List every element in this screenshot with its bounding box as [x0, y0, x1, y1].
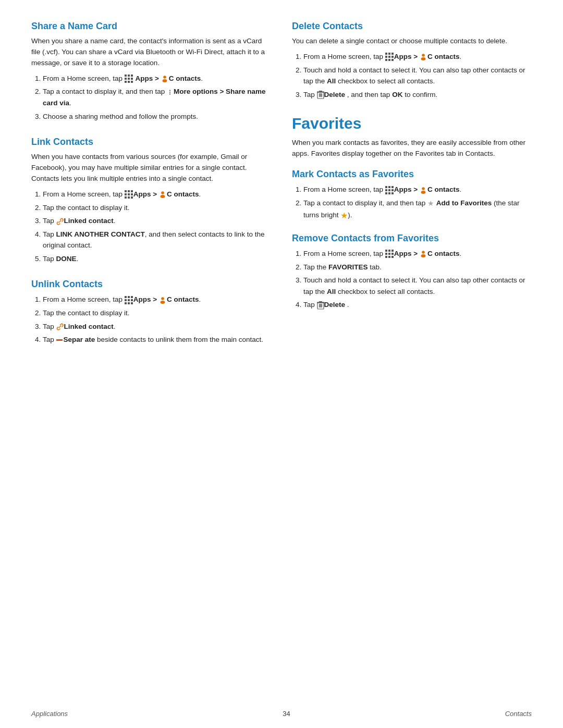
- remove-favorites-subsection: Remove Contacts from Favorites From a Ho…: [292, 233, 532, 311]
- link-icon: [56, 218, 64, 225]
- list-item: Tap the contact to display it.: [43, 307, 271, 319]
- link-contacts-title: Link Contacts: [31, 137, 271, 147]
- unlink-contacts-section: Unlink Contacts From a Home screen, tap …: [31, 279, 271, 345]
- favorites-section: Favorites When you mark contacts as favo…: [292, 115, 532, 311]
- contacts-person-icon: [159, 297, 166, 304]
- list-item: Tap Separ ate beside contacts to unlink …: [43, 334, 271, 346]
- contacts-person-icon: [420, 53, 427, 60]
- list-item: Tap a contact to display it, and then ta…: [43, 86, 271, 108]
- list-item: Touch and hold a contact to select it. Y…: [303, 65, 532, 87]
- list-item: Tap LINK ANOTHER CONTACT, and then selec…: [43, 229, 271, 251]
- left-column: Share a Name Card When you share a name …: [31, 21, 271, 360]
- share-name-card-intro: When you share a name card, the contact'…: [31, 36, 271, 69]
- delete-contacts-intro: You can delete a single contact or choos…: [292, 36, 532, 47]
- contacts-person-icon: [161, 75, 168, 82]
- apps-grid-icon: [125, 190, 133, 199]
- list-item: From a Home screen, tap Apps > C ontacts…: [303, 184, 532, 195]
- link-contacts-intro: When you have contacts from various sour…: [31, 152, 271, 184]
- list-item: From a Home screen, tap Apps > C ontacts…: [43, 189, 271, 200]
- star-filled-icon: ★: [340, 211, 348, 220]
- list-item: From a Home screen, tap Apps > C ontacts…: [43, 73, 271, 84]
- list-item: From a Home screen, tap Apps > C ontacts…: [303, 51, 532, 63]
- separate-icon: [56, 339, 63, 341]
- list-item: Tap the contact to display it.: [43, 202, 271, 214]
- link-contacts-section: Link Contacts When you have contacts fro…: [31, 137, 271, 264]
- apps-grid-icon: [385, 53, 394, 61]
- list-item: Tap a contact to display it, and then ta…: [303, 198, 532, 223]
- unlink-contacts-steps: From a Home screen, tap Apps > C ontacts…: [43, 294, 271, 345]
- main-content: Share a Name Card When you share a name …: [31, 21, 532, 360]
- page-footer: Applications 34 Contacts: [0, 710, 563, 718]
- link-contacts-steps: From a Home screen, tap Apps > C ontacts…: [43, 189, 271, 265]
- delete-trash-icon: [317, 91, 324, 99]
- list-item: Choose a sharing method and follow the p…: [43, 111, 271, 122]
- unlink-contacts-title: Unlink Contacts: [31, 279, 271, 290]
- favorites-main-title: Favorites: [292, 115, 532, 132]
- footer-left: Applications: [31, 710, 68, 718]
- footer-right: Contacts: [505, 710, 532, 718]
- list-item: Touch and hold a contact to select it. Y…: [303, 275, 532, 297]
- mark-favorites-title: Mark Contacts as Favorites: [292, 169, 532, 180]
- apps-grid-icon: [125, 296, 133, 304]
- contacts-person-icon: [420, 187, 427, 194]
- more-options-icon: [167, 89, 173, 96]
- mark-favorites-subsection: Mark Contacts as Favorites From a Home s…: [292, 169, 532, 223]
- list-item: Tap the FAVORITES tab.: [303, 262, 532, 273]
- star-outline-icon: ★: [427, 199, 434, 207]
- contacts-person-icon: [420, 250, 427, 257]
- contacts-person-icon: [159, 191, 166, 198]
- page: Share a Name Card When you share a name …: [0, 0, 563, 728]
- mark-favorites-steps: From a Home screen, tap Apps > C ontacts…: [303, 184, 532, 223]
- list-item: Tap Delete .: [303, 299, 532, 311]
- share-name-card-steps: From a Home screen, tap Apps > C ontacts…: [43, 73, 271, 122]
- apps-grid-icon: [385, 186, 394, 194]
- list-item: From a Home screen, tap Apps > C ontacts…: [303, 248, 532, 260]
- list-item: From a Home screen, tap Apps > C ontacts…: [43, 294, 271, 305]
- delete-contacts-title: Delete Contacts: [292, 21, 532, 32]
- favorites-intro: When you mark contacts as favorites, the…: [292, 138, 532, 159]
- remove-favorites-title: Remove Contacts from Favorites: [292, 233, 532, 244]
- list-item: Tap Linked contact.: [43, 215, 271, 227]
- delete-contacts-steps: From a Home screen, tap Apps > C ontacts…: [303, 51, 532, 100]
- delete-trash-icon-2: [317, 301, 324, 310]
- link-icon: [56, 323, 64, 330]
- right-column: Delete Contacts You can delete a single …: [292, 21, 532, 360]
- footer-page-number: 34: [283, 710, 290, 718]
- list-item: Tap Linked contact.: [43, 321, 271, 332]
- remove-favorites-steps: From a Home screen, tap Apps > C ontacts…: [303, 248, 532, 311]
- apps-grid-icon: [125, 75, 136, 82]
- delete-contacts-section: Delete Contacts You can delete a single …: [292, 21, 532, 100]
- share-name-card-title: Share a Name Card: [31, 21, 271, 32]
- share-name-card-section: Share a Name Card When you share a name …: [31, 21, 271, 122]
- apps-grid-icon: [385, 250, 394, 258]
- list-item: Tap DONE.: [43, 253, 271, 265]
- list-item: Tap Delete , and then tap OK to confirm.: [303, 89, 532, 101]
